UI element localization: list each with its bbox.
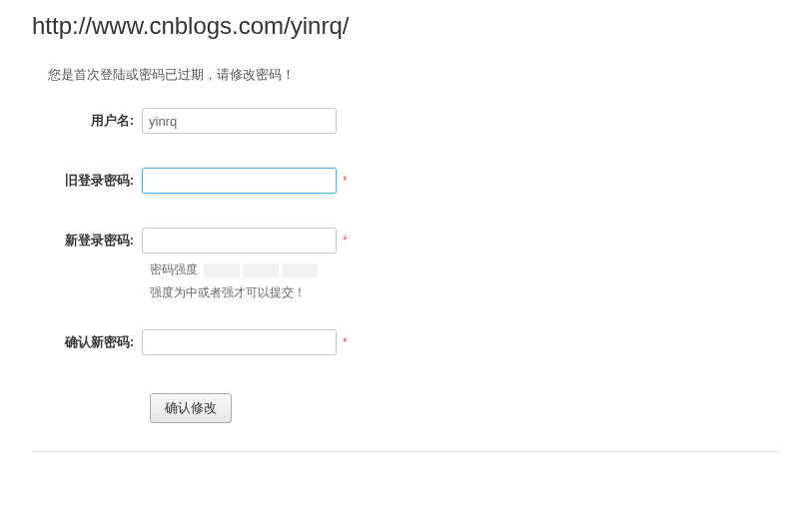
- password-strength-row: 密码强度: [0, 259, 812, 282]
- new-password-row: 新登录密码: *: [0, 222, 812, 259]
- password-strength-label: 密码强度: [150, 261, 198, 278]
- confirm-password-required: *: [343, 335, 348, 349]
- confirm-password-row: 确认新密码: *: [0, 323, 812, 383]
- new-password-label: 新登录密码:: [0, 232, 142, 250]
- strength-bar-medium: [243, 263, 279, 277]
- username-row: 用户名:: [0, 102, 812, 162]
- submit-button[interactable]: 确认修改: [150, 393, 232, 423]
- username-input[interactable]: [142, 108, 337, 134]
- confirm-password-input[interactable]: [142, 329, 337, 355]
- new-password-required: *: [343, 234, 348, 248]
- confirm-password-label: 确认新密码:: [0, 333, 142, 351]
- new-password-input[interactable]: [142, 228, 337, 254]
- strength-bar-strong: [282, 263, 318, 277]
- old-password-input[interactable]: [142, 168, 337, 194]
- submit-row: 确认修改: [0, 383, 812, 423]
- strength-bar-weak: [204, 263, 240, 277]
- page-url-header: http://www.cnblogs.com/yinrq/: [0, 0, 812, 48]
- old-password-required: *: [343, 174, 348, 188]
- username-label: 用户名:: [0, 112, 142, 130]
- old-password-row: 旧登录密码: *: [0, 162, 812, 222]
- old-password-label: 旧登录密码:: [0, 172, 142, 190]
- password-strength-hint: 强度为中或者强才可以提交！: [0, 282, 812, 323]
- bottom-divider: [32, 451, 780, 452]
- instruction-text: 您是首次登陆或密码已过期，请修改密码！: [0, 48, 812, 102]
